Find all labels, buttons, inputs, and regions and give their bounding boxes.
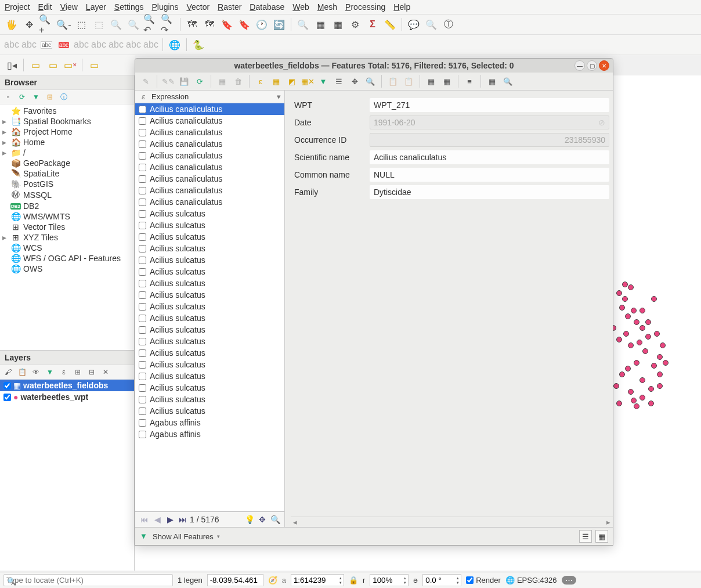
map-point[interactable] [634,403,639,409]
feature-item[interactable]: Acilius sulcatus [135,289,284,301]
map-point[interactable] [657,383,663,389]
field-calculator[interactable]: ▦ [330,16,346,33]
feature-item[interactable]: Acilius canaliculatus [135,161,284,173]
map-tips[interactable]: 💬 [406,16,422,33]
refresh-icon[interactable]: ⟳ [16,91,28,103]
last-button[interactable]: ⏭ [177,514,189,525]
feature-checkbox[interactable] [139,384,146,392]
select-all-icon[interactable]: ▦ [269,74,283,88]
label-tool-1[interactable]: abc [3,37,20,53]
feature-item[interactable]: Agabus affinis [135,417,284,428]
menu-edit[interactable]: Edit [38,2,52,12]
table-view-button[interactable]: ▦ [595,530,608,543]
pan-to-selected-icon[interactable]: ✥ [348,74,362,88]
map-point[interactable] [622,282,628,287]
browser-item[interactable]: DB2DB2 [0,201,134,211]
browser-item[interactable]: ⭐Favorites [0,106,134,116]
feature-checkbox[interactable] [139,431,146,438]
browser-item[interactable]: 🪶SpatiaLite [0,168,134,179]
feature-checkbox[interactable] [139,164,146,171]
feature-item[interactable]: Acilius canaliculatus [135,185,284,196]
browser-item[interactable]: ▸📁/ [0,147,134,158]
feature-item[interactable]: Acilius canaliculatus [135,138,284,150]
feature-item[interactable]: Agabus affinis [135,428,284,440]
browser-item[interactable]: ▸🏠Project Home [0,127,134,137]
metasearch-tool[interactable]: 🌐 [167,37,183,53]
next-button[interactable]: ▶ [164,514,176,525]
map-point[interactable] [613,383,619,389]
crs-button[interactable]: 🌐 EPSG:4326 [505,576,557,585]
select-by-expr[interactable]: ▭ [45,57,61,73]
layer-visibility-checkbox[interactable] [3,382,11,389]
add-group-icon[interactable]: 📋 [16,366,28,378]
feature-checkbox[interactable] [139,268,146,276]
feature-item[interactable]: Acilius canaliculatus [135,150,284,161]
map-point[interactable] [631,398,637,403]
auto-pan-icon[interactable]: ✥ [256,514,268,525]
map-point[interactable] [634,360,639,366]
map-point[interactable] [663,360,669,366]
toggle-multi-edit[interactable]: ✎✎ [161,74,175,88]
map-point[interactable] [657,354,663,360]
feature-checkbox[interactable] [139,140,146,148]
feature-checkbox[interactable] [139,349,146,357]
temporal-controller[interactable]: 🕐 [254,16,270,33]
map-point[interactable] [616,290,622,296]
collapse-all-icon[interactable]: ⊟ [86,366,97,378]
menu-project[interactable]: Project [5,2,30,12]
pan-tool[interactable]: 🖐 [3,16,20,33]
map-point[interactable] [616,337,622,342]
map-point[interactable] [619,305,625,311]
delete-field-icon[interactable]: ▦ [440,74,454,88]
sci-value[interactable]: Acilius canaliculatus [370,150,609,164]
map-point[interactable] [639,308,645,313]
toggle-edit-icon[interactable]: ✎ [139,74,153,88]
zoom-full-tool[interactable]: ⬚ [91,16,107,33]
feature-item[interactable]: Acilius canaliculatus [135,173,284,185]
horizontal-scrollbar[interactable]: ◂ ▸ [291,517,613,527]
occ-value[interactable]: 231855930 [370,133,609,147]
scale-field[interactable] [291,575,338,586]
feature-checkbox[interactable] [139,222,146,229]
browser-tree[interactable]: ⭐Favorites▸📑Spatial Bookmarks▸🏠Project H… [0,104,134,350]
close-button[interactable]: ✕ [599,60,609,71]
filter-mode-button[interactable]: ▼ Show All Features ▾ [140,532,220,541]
form-view-button[interactable]: ☰ [579,530,592,543]
feature-checkbox[interactable] [139,199,146,206]
feature-item[interactable]: Acilius sulcatus [135,243,284,254]
map-point[interactable] [625,366,631,371]
label-tool-9[interactable]: abc [143,37,159,53]
browser-item[interactable]: 🐘PostGIS [0,179,134,189]
map-point[interactable] [648,386,654,392]
menu-raster[interactable]: Raster [218,2,241,12]
clear-icon[interactable]: ⊘ [598,118,605,127]
feature-checkbox[interactable] [139,419,146,427]
zoom-layer-tool[interactable]: 🔍 [125,16,142,33]
browser-item[interactable]: 🌐WFS / OGC API - Features [0,253,134,264]
new-bookmark[interactable]: 🔖 [219,16,235,33]
common-value[interactable]: NULL [370,168,609,182]
prev-button[interactable]: ◀ [151,514,163,525]
map-point[interactable] [639,325,645,331]
menu-database[interactable]: Database [250,2,284,12]
feature-checkbox[interactable] [139,233,146,241]
maximize-button[interactable]: ▢ [587,60,597,71]
deselect-all-icon[interactable]: ▦✕ [301,74,315,88]
measure-tool[interactable]: 📏 [382,16,398,33]
feature-checkbox[interactable] [139,396,146,403]
processing-toolbox[interactable]: ⚙ [347,16,363,33]
label-pin[interactable]: abc [38,37,55,53]
map-point[interactable] [637,340,642,345]
feature-item[interactable]: Acilius sulcatus [135,231,284,243]
feature-checkbox[interactable] [139,303,146,311]
render-toggle[interactable]: Render [466,576,501,585]
zoom-in-tool[interactable]: 🔍+ [38,16,55,33]
identify-tool[interactable]: 🔍 [295,16,311,33]
layer-row[interactable]: ● waterbeetles_wpt [0,391,134,403]
map-point[interactable] [645,334,651,340]
feature-checkbox[interactable] [139,129,146,136]
save-edits-icon[interactable]: 💾 [177,74,191,88]
feature-item[interactable]: Acilius canaliculatus [135,115,284,127]
magnifier-field[interactable] [370,575,402,586]
chevron-down-icon[interactable]: ▾ [277,92,281,101]
